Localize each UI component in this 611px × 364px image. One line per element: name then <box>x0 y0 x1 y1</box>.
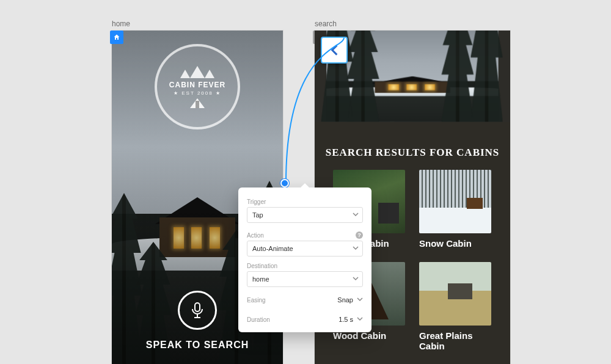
home-indicator-icon[interactable] <box>110 31 123 44</box>
field-label: Easing <box>247 297 266 304</box>
design-canvas[interactable]: home search CABIN FEVER ★ EST 2008 ★ <box>0 0 611 364</box>
voice-search-label: SPEAK TO SEARCH <box>112 340 283 351</box>
brand-title: CABIN FEVER <box>167 81 228 89</box>
interaction-popover: Trigger Tap Action ? Auto-Animate Destin… <box>238 187 371 332</box>
artboard-label-home[interactable]: home <box>112 20 130 28</box>
search-hero-background <box>326 31 499 122</box>
chevron-down-icon <box>353 245 359 252</box>
brand-subtitle: ★ EST 2008 ★ <box>167 90 228 96</box>
result-card[interactable]: Snow Cabin <box>419 170 492 249</box>
duration-select[interactable]: 1.5 s <box>338 313 363 326</box>
easing-select[interactable]: Snap <box>337 293 363 307</box>
brand-badge: CABIN FEVER ★ EST 2008 ★ <box>155 44 240 129</box>
back-button[interactable] <box>321 37 348 64</box>
field-label: Duration <box>247 316 270 323</box>
microphone-icon <box>190 302 205 319</box>
result-card[interactable]: Great Plains Cabin <box>419 262 492 351</box>
result-thumb <box>419 170 491 233</box>
field-label: Trigger <box>247 198 363 205</box>
result-title: Great Plains Cabin <box>419 330 492 351</box>
destination-select[interactable]: home <box>247 271 363 287</box>
action-select[interactable]: Auto-Animate <box>247 241 363 257</box>
chevron-down-icon <box>357 296 363 304</box>
chevron-down-icon <box>353 211 359 219</box>
field-label: Action ? <box>247 231 363 239</box>
chevron-down-icon <box>357 316 363 323</box>
results-heading: SEARCH RESULTS FOR CABINS <box>315 147 510 159</box>
trigger-select[interactable]: Tap <box>247 207 363 223</box>
field-label: Destination <box>247 263 363 269</box>
wire-handle-start[interactable] <box>280 179 289 187</box>
voice-search-button[interactable] <box>178 291 217 330</box>
help-icon[interactable]: ? <box>356 231 363 239</box>
svg-rect-0 <box>195 303 200 311</box>
chevron-down-icon <box>353 275 359 283</box>
chevron-left-icon <box>326 42 342 58</box>
artboard-label-search[interactable]: search <box>315 20 337 28</box>
result-title: Snow Cabin <box>419 238 492 249</box>
result-thumb <box>419 262 491 326</box>
